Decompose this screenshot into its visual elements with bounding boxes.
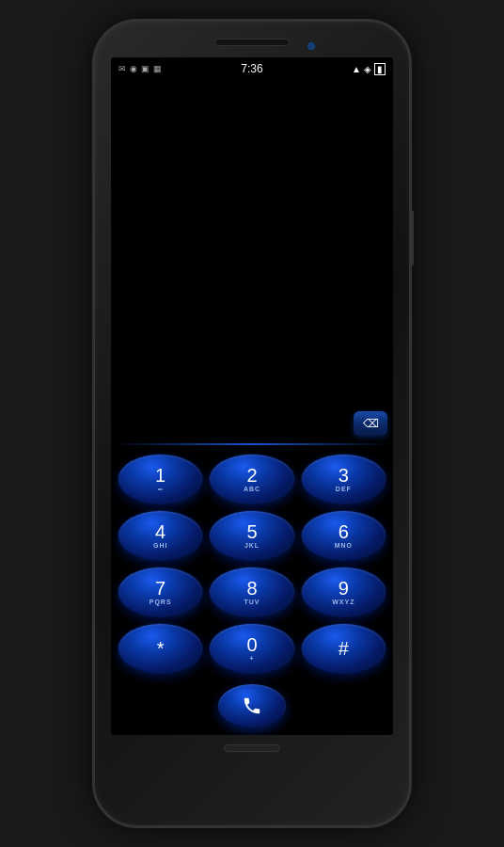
battery-icon: ▮ [374, 63, 386, 75]
key-2-sub: ABC [244, 486, 260, 492]
key-9[interactable]: 9WXYZ [302, 567, 386, 616]
key-5[interactable]: 5JKL [210, 511, 293, 560]
key-2-main: 2 [246, 466, 257, 485]
side-button[interactable] [410, 210, 414, 266]
key-2[interactable]: 2ABC [210, 455, 293, 503]
status-left-icons: ✉ ◉ ▣ ▦ [118, 64, 162, 73]
key-4-main: 4 [155, 522, 165, 541]
key-6-main: 6 [339, 522, 349, 541]
number-display: ⌫ [111, 80, 393, 443]
key-1-main: 1 [155, 466, 165, 485]
key-3[interactable]: 3DEF [302, 455, 386, 503]
status-time: 7:36 [241, 62, 262, 75]
key-1-sub: ∞ [158, 486, 164, 492]
backspace-button[interactable]: ⌫ [354, 411, 387, 436]
key-hash-main: # [339, 639, 349, 658]
key-4-sub: GHI [153, 542, 167, 549]
key-hash[interactable]: # [302, 624, 386, 673]
phone-home-button[interactable] [224, 744, 280, 752]
key-3-sub: DEF [336, 486, 352, 492]
phone-screen: ✉ ◉ ▣ ▦ 7:36 ▲ ◈ ▮ ⌫ [111, 57, 393, 735]
dialer-area: ⌫ 1∞2ABC3DEF4GHI5JKL6MNO7PQRS8TUV9WXYZ*0… [111, 80, 393, 735]
phone-camera [307, 42, 315, 50]
location-icon: ◉ [130, 64, 137, 73]
call-button-row [111, 680, 393, 735]
key-9-sub: WXYZ [332, 599, 354, 605]
key-0[interactable]: 0+ [210, 624, 293, 673]
key-0-sub: + [249, 655, 254, 662]
key-1[interactable]: 1∞ [118, 455, 202, 503]
key-8[interactable]: 8TUV [210, 567, 293, 616]
key-6[interactable]: 6MNO [302, 511, 386, 560]
key-4[interactable]: 4GHI [118, 511, 202, 560]
phone-icon [242, 695, 262, 716]
key-star[interactable]: * [118, 624, 202, 673]
key-0-main: 0 [246, 635, 257, 654]
status-bar: ✉ ◉ ▣ ▦ 7:36 ▲ ◈ ▮ [111, 57, 393, 80]
key-5-sub: JKL [244, 542, 260, 549]
msg-icon: ✉ [118, 64, 126, 73]
key-8-main: 8 [246, 579, 257, 598]
image-icon: ▣ [141, 64, 150, 73]
key-7-main: 7 [155, 579, 165, 598]
key-star-main: * [157, 639, 165, 658]
phone-speaker [214, 39, 290, 46]
status-right-icons: ▲ ◈ ▮ [352, 63, 386, 75]
key-9-main: 9 [339, 579, 349, 598]
backspace-icon: ⌫ [363, 417, 379, 430]
key-7[interactable]: 7PQRS [118, 567, 202, 616]
call-button[interactable] [218, 684, 286, 727]
key-7-sub: PQRS [150, 599, 172, 605]
key-6-sub: MNO [335, 542, 353, 549]
key-5-main: 5 [246, 522, 257, 541]
wifi-icon: ◈ [364, 64, 371, 74]
phone-body: ✉ ◉ ▣ ▦ 7:36 ▲ ◈ ▮ ⌫ [92, 19, 412, 828]
key-3-main: 3 [339, 466, 349, 485]
signal-icon: ▲ [352, 64, 361, 74]
keypad: 1∞2ABC3DEF4GHI5JKL6MNO7PQRS8TUV9WXYZ*0+# [111, 445, 393, 680]
key-8-sub: TUV [244, 599, 260, 605]
bar-icon: ▦ [153, 64, 162, 73]
